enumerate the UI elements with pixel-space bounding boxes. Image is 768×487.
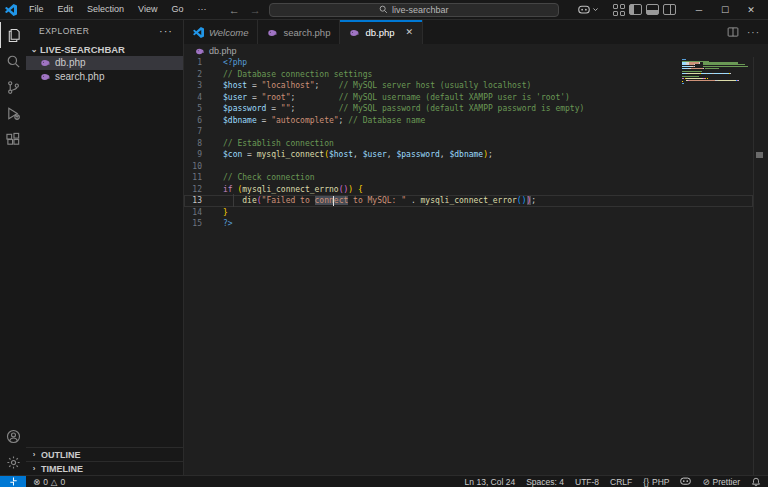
copilot-menu-button[interactable] [574,4,603,16]
timeline-section-header[interactable]: › TIMELINE [26,461,183,475]
php-icon [349,27,360,38]
code-line-11[interactable]: 11// Check connection [184,172,753,184]
explorer-more-actions-button[interactable]: ··· [159,25,173,37]
minimap[interactable] [682,59,752,85]
chevron-down-icon: ⌄ [30,45,38,54]
code-line-2[interactable]: 2// Database connection settings [184,69,753,81]
tab-label: search.php [283,27,330,38]
activity-bar-accounts-icon[interactable] [0,423,26,449]
code-editor[interactable]: 1<?php2// Database connection settings3$… [184,57,768,475]
forward-arrow-icon[interactable]: → [250,4,261,16]
line-number: 6 [184,116,202,125]
code-line-text: $dbname = "autocomplete"; // Database na… [202,116,425,125]
code-line-4[interactable]: 4$user = "root"; // MySQL username (defa… [184,92,753,104]
code-line-14[interactable]: 14} [184,207,753,219]
back-arrow-icon[interactable]: ← [229,4,240,16]
file-item-db-php[interactable]: db.php [26,56,183,70]
tab-welcome[interactable]: Welcome [184,20,258,44]
problems-indicator[interactable]: ⊗ 0 △ 0 [26,477,65,487]
eol-indicator[interactable]: CRLF [610,477,632,487]
formatter-indicator[interactable]: ⊘ Prettier [702,477,740,487]
editor-scrollbar[interactable] [753,57,768,475]
breadcrumb[interactable]: db.php [184,44,768,57]
menu-item-go[interactable]: Go [164,0,190,19]
activity-bar-run-debug-icon[interactable] [0,100,26,126]
chevron-down-icon [592,6,599,13]
code-line-text: // Establish connection [202,139,334,148]
title-bar: FileEditSelectionViewGo··· ← → live-sear… [0,0,768,20]
code-line-7[interactable]: 7 [184,126,753,138]
menu-item-file[interactable]: File [22,0,51,19]
code-line-3[interactable]: 3$host = "localhost"; // MySQL server ho… [184,80,753,92]
chevron-right-icon: › [30,464,38,473]
code-line-9[interactable]: 9$con = mysqli_connect($host, $user, $pa… [184,149,753,161]
activity-bar-explorer-icon[interactable] [0,22,26,48]
notifications-bell-button[interactable] [751,477,761,487]
code-line-10[interactable]: 10 [184,161,753,173]
line-number: 2 [184,70,202,79]
outline-label: OUTLINE [41,450,81,460]
toggle-panel-button[interactable] [646,4,659,15]
menu-item-view[interactable]: View [131,0,164,19]
code-line-5[interactable]: 5$password = ""; // MySQL password (defa… [184,103,753,115]
code-line-text: $user = "root"; // MySQL username (defau… [202,93,570,102]
customize-layout-button[interactable] [613,4,625,16]
code-line-text: } [202,208,228,217]
tab-db-php[interactable]: db.php✕ [340,20,423,44]
toggle-secondary-sidebar-button[interactable] [663,4,676,15]
file-name-label: db.php [55,57,86,68]
activity-bar-settings-icon[interactable] [0,449,26,475]
php-file-icon [195,46,205,56]
line-number: 7 [184,127,202,136]
indentation-indicator[interactable]: Spaces: 4 [526,477,564,487]
bell-icon [751,477,761,487]
remote-icon [9,477,18,486]
code-line-text: $host = "localhost"; // MySQL server hos… [202,81,531,90]
activity-bar-extensions-icon[interactable] [0,126,26,152]
menu-item-selection[interactable]: Selection [80,0,131,19]
code-line-text: <?php [202,58,247,67]
code-line-text: // Check connection [202,173,315,182]
formatter-label: Prettier [713,477,740,487]
tab-search-php[interactable]: search.php [258,20,340,44]
php-icon [267,27,278,38]
language-mode-indicator[interactable]: {} PHP [643,477,669,487]
code-line-6[interactable]: 6$dbname = "autocomplete"; // Database n… [184,115,753,127]
editor-more-actions-icon[interactable]: ··· [747,27,760,38]
code-line-text: ?> [202,219,233,228]
file-name-label: search.php [55,71,104,82]
tab-label: db.php [365,27,394,38]
error-icon: ⊗ [33,477,40,487]
warning-count: 0 [60,477,65,487]
code-line-12[interactable]: 12if (mysqli_connect_errno()) { [184,184,753,196]
maximize-button[interactable]: ☐ [712,0,738,19]
copilot-status-button[interactable] [680,477,691,486]
toggle-primary-sidebar-button[interactable] [629,4,642,15]
minimize-button[interactable]: ─ [686,0,712,19]
editor-area: Welcomesearch.phpdb.php✕ ··· db.php 1<?p… [184,20,768,475]
file-item-search-php[interactable]: search.php [26,70,183,84]
code-line-13[interactable]: 13 die("Failed to connect to MySQL: " . … [184,195,753,207]
encoding-indicator[interactable]: UTF-8 [575,477,599,487]
activity-bar-source-control-icon[interactable] [0,74,26,100]
timeline-label: TIMELINE [41,464,83,474]
code-line-1[interactable]: 1<?php [184,57,753,69]
close-tab-icon[interactable]: ✕ [406,27,414,37]
menu-item-edit[interactable]: Edit [51,0,81,19]
cursor-position-indicator[interactable]: Ln 13, Col 24 [465,477,516,487]
remote-indicator[interactable] [0,476,26,487]
menu-item-[interactable]: ··· [190,0,213,19]
code-line-15[interactable]: 15?> [184,218,753,230]
activity-bar-search-icon[interactable] [0,48,26,74]
line-number: 4 [184,93,202,102]
split-editor-icon[interactable] [727,26,739,38]
tab-bar: Welcomesearch.phpdb.php✕ ··· [184,20,768,44]
command-center-search[interactable]: live-searchbar [269,3,559,17]
root-folder-row[interactable]: ⌄ LIVE-SEARCHBAR [26,42,183,56]
outline-section-header[interactable]: › OUTLINE [26,447,183,461]
close-window-button[interactable]: ✕ [738,0,764,19]
error-count: 0 [43,477,48,487]
chevron-right-icon: › [30,450,38,459]
code-line-text: die("Failed to connect to MySQL: " . mys… [202,196,536,206]
code-line-8[interactable]: 8// Establish connection [184,138,753,150]
